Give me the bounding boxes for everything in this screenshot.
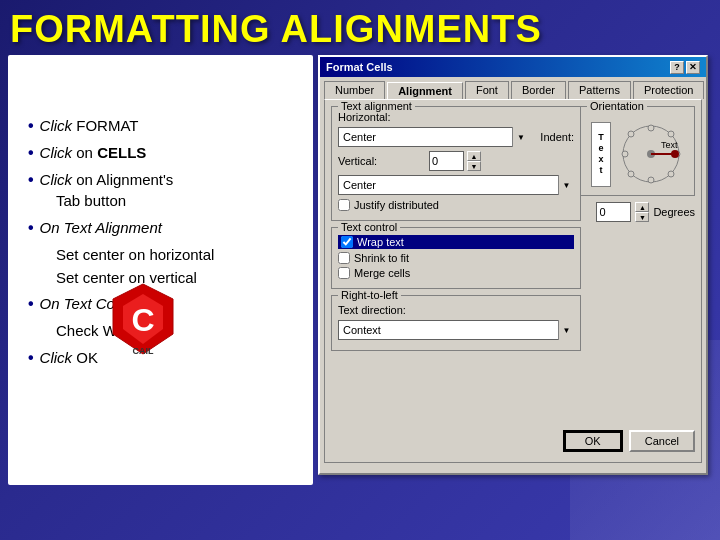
wrap-text-label: Wrap text bbox=[357, 236, 404, 248]
bullet-text: Click FORMAT bbox=[40, 115, 139, 136]
horizontal-label: Horizontal: bbox=[338, 111, 393, 123]
degrees-label: Degrees bbox=[653, 206, 695, 218]
text-direction-row: Text direction: bbox=[338, 304, 574, 316]
list-item: • Click FORMAT bbox=[28, 115, 323, 136]
merge-cells-label: Merge cells bbox=[354, 267, 410, 279]
dialog-help-button[interactable]: ? bbox=[670, 61, 684, 74]
wrap-text-row: Wrap text bbox=[338, 235, 574, 249]
vertical-input[interactable] bbox=[338, 175, 574, 195]
text-direction-arrow[interactable]: ▼ bbox=[558, 320, 574, 340]
text-direction-label: Text direction: bbox=[338, 304, 406, 316]
merge-cells-checkbox[interactable] bbox=[338, 267, 350, 279]
bullet-dot: • bbox=[28, 219, 34, 237]
format-cells-dialog: Format Cells ? ✕ Number Alignment Font B… bbox=[318, 55, 708, 475]
indent-group: ▲ ▼ bbox=[429, 151, 481, 171]
vertical-select-row: ▼ bbox=[338, 175, 574, 195]
dialog-controls: ? ✕ bbox=[670, 61, 700, 74]
text-vertical-display[interactable]: T e x t bbox=[591, 122, 611, 187]
merge-cells-row: Merge cells bbox=[338, 267, 574, 279]
dialog-titlebar: Format Cells ? ✕ bbox=[320, 57, 706, 77]
vertical-select-wrapper[interactable]: ▼ bbox=[338, 175, 574, 195]
shrink-fit-label: Shrink to fit bbox=[354, 252, 409, 264]
vertical-dropdown-arrow[interactable]: ▼ bbox=[558, 175, 574, 195]
horizontal-input[interactable] bbox=[338, 127, 528, 147]
left-column: Text alignment Horizontal: ▼ Indent: Ver… bbox=[331, 106, 581, 357]
tab-protection[interactable]: Protection bbox=[633, 81, 705, 99]
right-to-left-section: Right-to-left Text direction: ▼ bbox=[331, 295, 581, 351]
justify-checkbox[interactable] bbox=[338, 199, 350, 211]
text-v-T: T bbox=[598, 132, 604, 143]
dialog-footer: OK Cancel bbox=[557, 426, 701, 456]
content-panel: • Click FORMAT • Click on CELLS • Click … bbox=[8, 55, 313, 485]
tab-number[interactable]: Number bbox=[324, 81, 385, 99]
svg-text:C: C bbox=[131, 302, 154, 338]
cancel-button[interactable]: Cancel bbox=[629, 430, 695, 452]
horizontal-select-wrapper[interactable]: ▼ bbox=[338, 127, 528, 147]
degrees-up[interactable]: ▲ bbox=[635, 202, 649, 212]
indent-up[interactable]: ▲ bbox=[467, 151, 481, 161]
bullet-text: Click on Alignment's Tab button bbox=[40, 169, 174, 211]
ok-button[interactable]: OK bbox=[563, 430, 623, 452]
bullet-dot: • bbox=[28, 171, 34, 189]
sub-item: Set center on horizontal bbox=[56, 244, 323, 267]
shrink-fit-checkbox[interactable] bbox=[338, 252, 350, 264]
text-alignment-label: Text alignment bbox=[338, 100, 415, 112]
list-item: • Click on Alignment's Tab button bbox=[28, 169, 323, 211]
indent-input[interactable] bbox=[429, 151, 464, 171]
dialog-title: Format Cells bbox=[326, 61, 393, 73]
horizontal-dropdown-arrow[interactable]: ▼ bbox=[512, 127, 528, 147]
tab-font[interactable]: Font bbox=[465, 81, 509, 99]
vertical-label-row: Vertical: ▲ ▼ bbox=[338, 151, 574, 171]
logo: C CAIL bbox=[93, 279, 193, 359]
horizontal-select-row: ▼ Indent: bbox=[338, 127, 574, 147]
indent-down[interactable]: ▼ bbox=[467, 161, 481, 171]
bullet-dot: • bbox=[28, 349, 34, 367]
svg-point-9 bbox=[668, 131, 674, 137]
text-direction-select-row: ▼ bbox=[338, 320, 574, 340]
shrink-fit-row: Shrink to fit bbox=[338, 252, 574, 264]
tab-border[interactable]: Border bbox=[511, 81, 566, 99]
svg-point-7 bbox=[648, 177, 654, 183]
horizontal-row: Horizontal: bbox=[338, 111, 574, 123]
right-to-left-label: Right-to-left bbox=[338, 289, 401, 301]
text-direction-wrapper[interactable]: ▼ bbox=[338, 320, 574, 340]
page-title: FORMATTING ALIGNMENTS bbox=[10, 8, 542, 51]
justify-label: Justify distributed bbox=[354, 199, 439, 211]
svg-text:Text: Text bbox=[661, 140, 678, 150]
text-v-x: x bbox=[598, 154, 603, 165]
text-v-e: e bbox=[598, 143, 603, 154]
right-column: Orientation T e x t bbox=[580, 106, 695, 222]
svg-point-11 bbox=[628, 171, 634, 177]
justify-checkbox-row: Justify distributed bbox=[338, 199, 574, 211]
tab-patterns[interactable]: Patterns bbox=[568, 81, 631, 99]
text-v-t: t bbox=[600, 165, 603, 176]
dialog-close-button[interactable]: ✕ bbox=[686, 61, 700, 74]
svg-point-10 bbox=[668, 171, 674, 177]
degrees-input[interactable] bbox=[596, 202, 631, 222]
bullet-list: • Click FORMAT • Click on CELLS • Click … bbox=[28, 115, 323, 374]
orientation-section: Orientation T e x t bbox=[580, 106, 695, 196]
indent-label: Indent: bbox=[540, 131, 574, 143]
dialog-body: Text alignment Horizontal: ▼ Indent: Ver… bbox=[324, 99, 702, 463]
bullet-text: Click OK bbox=[40, 347, 98, 368]
svg-point-15 bbox=[671, 150, 679, 158]
degrees-spinners: ▲ ▼ bbox=[635, 202, 649, 222]
svg-point-5 bbox=[648, 125, 654, 131]
orientation-content: T e x t bbox=[587, 111, 688, 189]
degrees-down[interactable]: ▼ bbox=[635, 212, 649, 222]
list-item: • Click on CELLS bbox=[28, 142, 323, 163]
bullet-text: On Text Alignment bbox=[40, 217, 162, 238]
text-direction-input[interactable] bbox=[338, 320, 574, 340]
orientation-dial[interactable]: Text bbox=[619, 122, 684, 187]
tab-alignment[interactable]: Alignment bbox=[387, 82, 463, 100]
wrap-text-checkbox[interactable] bbox=[341, 236, 353, 248]
degrees-row: ▲ ▼ Degrees bbox=[580, 202, 695, 222]
svg-text:CAIL: CAIL bbox=[133, 346, 154, 356]
text-control-label: Text control bbox=[338, 221, 400, 233]
indent-spinners: ▲ ▼ bbox=[467, 151, 481, 171]
bullet-dot: • bbox=[28, 117, 34, 135]
bullet-text: Click on CELLS bbox=[40, 142, 147, 163]
svg-point-8 bbox=[622, 151, 628, 157]
vertical-label: Vertical: bbox=[338, 155, 393, 167]
dialog-tabs: Number Alignment Font Border Patterns Pr… bbox=[320, 77, 706, 99]
